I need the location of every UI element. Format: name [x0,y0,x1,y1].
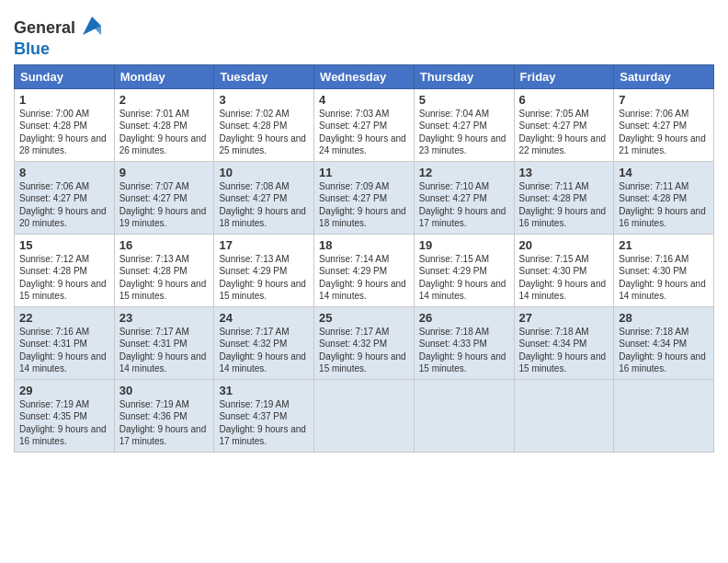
header-row: SundayMondayTuesdayWednesdayThursdayFrid… [15,64,714,88]
logo: General Blue [14,13,105,59]
calendar-cell: 25Sunrise: 7:17 AMSunset: 4:32 PMDayligh… [314,306,415,379]
calendar-cell: 16Sunrise: 7:13 AMSunset: 4:28 PMDayligh… [114,234,214,306]
header: General Blue [14,9,714,59]
day-detail: Sunrise: 7:05 AMSunset: 4:27 PMDaylight:… [519,108,609,157]
col-header-wednesday: Wednesday [314,64,415,88]
calendar-cell: 18Sunrise: 7:14 AMSunset: 4:29 PMDayligh… [314,234,415,306]
logo-line2: Blue [14,40,105,59]
calendar-cell: 6Sunrise: 7:05 AMSunset: 4:27 PMDaylight… [514,88,614,161]
day-number: 18 [319,238,409,252]
calendar-cell [414,379,514,452]
calendar-row-5: 29Sunrise: 7:19 AMSunset: 4:35 PMDayligh… [15,379,714,452]
calendar-cell: 5Sunrise: 7:04 AMSunset: 4:27 PMDaylight… [414,88,514,161]
col-header-thursday: Thursday [414,64,514,88]
calendar-row-1: 1Sunrise: 7:00 AMSunset: 4:28 PMDaylight… [15,88,714,161]
calendar-cell: 13Sunrise: 7:11 AMSunset: 4:28 PMDayligh… [514,161,614,234]
calendar-cell: 8Sunrise: 7:06 AMSunset: 4:27 PMDaylight… [15,161,115,234]
day-detail: Sunrise: 7:00 AMSunset: 4:28 PMDaylight:… [19,108,109,157]
calendar-cell: 17Sunrise: 7:13 AMSunset: 4:29 PMDayligh… [214,234,314,306]
day-number: 9 [119,166,210,179]
day-number: 27 [519,311,609,325]
day-number: 19 [419,238,509,252]
day-number: 4 [319,93,409,107]
day-detail: Sunrise: 7:12 AMSunset: 4:28 PMDaylight:… [19,253,109,303]
day-number: 13 [519,166,609,179]
day-number: 14 [619,166,709,179]
day-detail: Sunrise: 7:18 AMSunset: 4:33 PMDaylight:… [419,326,509,375]
day-number: 24 [219,311,309,325]
day-number: 22 [19,311,109,325]
calendar-cell: 28Sunrise: 7:18 AMSunset: 4:34 PMDayligh… [614,306,714,379]
col-header-friday: Friday [514,64,614,88]
day-detail: Sunrise: 7:11 AMSunset: 4:28 PMDaylight:… [519,180,609,230]
calendar-cell: 10Sunrise: 7:08 AMSunset: 4:27 PMDayligh… [214,161,314,234]
day-detail: Sunrise: 7:06 AMSunset: 4:27 PMDaylight:… [619,108,709,157]
calendar-cell: 22Sunrise: 7:16 AMSunset: 4:31 PMDayligh… [15,306,115,379]
day-detail: Sunrise: 7:16 AMSunset: 4:31 PMDaylight:… [19,326,109,375]
day-detail: Sunrise: 7:19 AMSunset: 4:36 PMDaylight:… [119,398,210,448]
day-detail: Sunrise: 7:17 AMSunset: 4:31 PMDaylight:… [119,326,210,375]
day-number: 31 [219,384,309,397]
logo-line1: General [14,18,75,37]
day-number: 15 [19,238,109,252]
day-detail: Sunrise: 7:19 AMSunset: 4:35 PMDaylight:… [19,398,109,448]
calendar-cell: 2Sunrise: 7:01 AMSunset: 4:28 PMDaylight… [114,88,214,161]
day-number: 7 [619,93,709,107]
day-number: 17 [219,238,309,252]
calendar-cell: 23Sunrise: 7:17 AMSunset: 4:31 PMDayligh… [114,306,214,379]
col-header-saturday: Saturday [614,64,714,88]
calendar-cell: 9Sunrise: 7:07 AMSunset: 4:27 PMDaylight… [114,161,214,234]
logo-icon [79,13,105,42]
day-detail: Sunrise: 7:06 AMSunset: 4:27 PMDaylight:… [19,180,109,230]
day-detail: Sunrise: 7:04 AMSunset: 4:27 PMDaylight:… [419,108,509,157]
day-detail: Sunrise: 7:17 AMSunset: 4:32 PMDaylight:… [319,326,409,375]
calendar-cell: 1Sunrise: 7:00 AMSunset: 4:28 PMDaylight… [15,88,115,161]
calendar-cell: 4Sunrise: 7:03 AMSunset: 4:27 PMDaylight… [314,88,415,161]
day-number: 6 [519,93,609,107]
calendar-cell: 3Sunrise: 7:02 AMSunset: 4:28 PMDaylight… [214,88,314,161]
day-detail: Sunrise: 7:18 AMSunset: 4:34 PMDaylight:… [519,326,609,375]
calendar-cell: 24Sunrise: 7:17 AMSunset: 4:32 PMDayligh… [214,306,314,379]
day-number: 12 [419,166,509,179]
day-number: 1 [19,93,109,107]
day-number: 11 [319,166,409,179]
day-number: 2 [119,93,210,107]
calendar-row-3: 15Sunrise: 7:12 AMSunset: 4:28 PMDayligh… [15,234,714,306]
day-number: 30 [119,384,210,397]
calendar-cell: 26Sunrise: 7:18 AMSunset: 4:33 PMDayligh… [414,306,514,379]
calendar-cell: 27Sunrise: 7:18 AMSunset: 4:34 PMDayligh… [514,306,614,379]
day-detail: Sunrise: 7:02 AMSunset: 4:28 PMDaylight:… [219,108,309,157]
calendar-cell [314,379,415,452]
calendar-cell: 12Sunrise: 7:10 AMSunset: 4:27 PMDayligh… [414,161,514,234]
col-header-tuesday: Tuesday [214,64,314,88]
calendar-cell: 31Sunrise: 7:19 AMSunset: 4:37 PMDayligh… [214,379,314,452]
day-number: 20 [519,238,609,252]
day-detail: Sunrise: 7:18 AMSunset: 4:34 PMDaylight:… [619,326,709,375]
calendar-cell [514,379,614,452]
day-detail: Sunrise: 7:03 AMSunset: 4:27 PMDaylight:… [319,108,409,157]
day-detail: Sunrise: 7:13 AMSunset: 4:29 PMDaylight:… [219,253,309,303]
calendar-cell: 11Sunrise: 7:09 AMSunset: 4:27 PMDayligh… [314,161,415,234]
day-number: 23 [119,311,210,325]
day-number: 21 [619,238,709,252]
calendar-cell [614,379,714,452]
day-detail: Sunrise: 7:07 AMSunset: 4:27 PMDaylight:… [119,180,210,230]
day-detail: Sunrise: 7:01 AMSunset: 4:28 PMDaylight:… [119,108,210,157]
col-header-monday: Monday [114,64,214,88]
day-number: 25 [319,311,409,325]
day-detail: Sunrise: 7:15 AMSunset: 4:29 PMDaylight:… [419,253,509,303]
svg-marker-1 [92,26,101,35]
day-number: 10 [219,166,309,179]
day-detail: Sunrise: 7:16 AMSunset: 4:30 PMDaylight:… [619,253,709,303]
calendar-cell: 30Sunrise: 7:19 AMSunset: 4:36 PMDayligh… [114,379,214,452]
day-number: 29 [19,384,109,397]
day-number: 3 [219,93,309,107]
calendar-cell: 21Sunrise: 7:16 AMSunset: 4:30 PMDayligh… [614,234,714,306]
day-number: 8 [19,166,109,179]
calendar-cell: 14Sunrise: 7:11 AMSunset: 4:28 PMDayligh… [614,161,714,234]
day-detail: Sunrise: 7:13 AMSunset: 4:28 PMDaylight:… [119,253,210,303]
day-detail: Sunrise: 7:10 AMSunset: 4:27 PMDaylight:… [419,180,509,230]
day-detail: Sunrise: 7:11 AMSunset: 4:28 PMDaylight:… [619,180,709,230]
calendar-row-4: 22Sunrise: 7:16 AMSunset: 4:31 PMDayligh… [15,306,714,379]
day-detail: Sunrise: 7:17 AMSunset: 4:32 PMDaylight:… [219,326,309,375]
